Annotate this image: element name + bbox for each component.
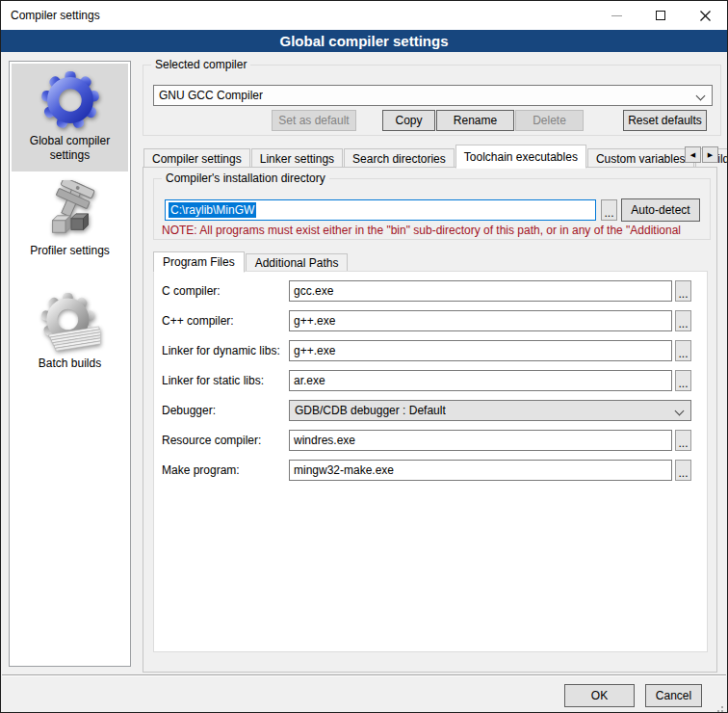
- close-icon: [700, 11, 711, 21]
- c-compiler-input[interactable]: [289, 280, 672, 302]
- linker-dynamic-browse-button[interactable]: ...: [675, 340, 691, 361]
- caliper-icon: [40, 180, 100, 240]
- maximize-button[interactable]: [638, 1, 683, 30]
- sidebar-item-profiler-settings[interactable]: Profiler settings: [12, 173, 128, 267]
- ok-button[interactable]: OK: [564, 684, 635, 707]
- installation-directory-group: Compiler's installation directory C:\ray…: [153, 178, 711, 240]
- make-program-input[interactable]: [289, 460, 672, 481]
- compiler-settings-dialog: Compiler settings Global compiler settin…: [0, 0, 728, 713]
- tab-compiler-settings[interactable]: Compiler settings: [143, 148, 250, 168]
- blue-gear-icon: [40, 70, 100, 130]
- sidebar-item-batch-builds[interactable]: Batch builds: [12, 286, 128, 380]
- tab-custom-variables[interactable]: Custom variables: [587, 148, 694, 168]
- toolchain-executables-page: Compiler's installation directory C:\ray…: [143, 167, 717, 673]
- cpp-compiler-row: C++ compiler: ...: [154, 310, 707, 331]
- debugger-row: Debugger: GDB/CDB debugger : Default: [154, 400, 707, 421]
- sidebar-item-label: Batch builds: [39, 356, 101, 371]
- maximize-icon: [656, 11, 665, 20]
- titlebar: Compiler settings: [1, 1, 727, 30]
- cpp-compiler-input[interactable]: [289, 310, 672, 331]
- settings-tab-strip: Compiler settings Linker settings Search…: [143, 143, 728, 168]
- resource-compiler-row: Resource compiler: ...: [154, 430, 707, 451]
- tab-scroll-left-icon: ◀: [690, 151, 695, 159]
- installation-directory-browse-button[interactable]: ...: [601, 199, 617, 221]
- debugger-value: GDB/CDB debugger : Default: [295, 404, 446, 417]
- set-as-default-button[interactable]: Set as default: [272, 110, 356, 131]
- debugger-label: Debugger:: [154, 404, 289, 417]
- gray-gear-papers-icon: [40, 293, 100, 353]
- c-compiler-label: C compiler:: [154, 284, 289, 298]
- tab-toolchain-executables[interactable]: Toolchain executables: [455, 145, 586, 169]
- linker-static-label: Linker for static libs:: [154, 374, 289, 387]
- resource-compiler-label: Resource compiler:: [154, 434, 289, 447]
- footer-separator: [2, 674, 726, 676]
- debugger-dropdown[interactable]: GDB/CDB debugger : Default: [289, 400, 691, 421]
- make-program-row: Make program: ...: [154, 460, 707, 481]
- make-program-label: Make program:: [154, 463, 289, 477]
- linker-dynamic-input[interactable]: [289, 340, 672, 361]
- linker-static-input[interactable]: [289, 370, 672, 391]
- page-title: Global compiler settings: [1, 30, 727, 52]
- installation-directory-group-label: Compiler's installation directory: [162, 172, 329, 185]
- tab-scroll-right-button[interactable]: ▶: [702, 146, 718, 163]
- bin-subdirectory-note: NOTE: All programs must exist either in …: [162, 224, 705, 237]
- chevron-down-icon: [675, 407, 685, 416]
- selected-compiler-group-label: Selected compiler: [151, 58, 250, 71]
- tab-scroll-buttons: ◀ ▶: [684, 146, 718, 163]
- sidebar-item-global-compiler-settings[interactable]: Global compiler settings: [12, 64, 128, 172]
- close-button[interactable]: [683, 1, 727, 30]
- program-files-tab-strip: Program Files Additional Paths: [153, 250, 349, 272]
- resource-compiler-browse-button[interactable]: ...: [675, 430, 691, 451]
- chevron-down-icon: [696, 92, 706, 101]
- selected-compiler-group: Selected compiler GNU GCC Compiler Set a…: [143, 65, 721, 136]
- resource-compiler-input[interactable]: [289, 430, 672, 451]
- selected-compiler-value: GNU GCC Compiler: [159, 89, 263, 102]
- tab-scroll-left-button[interactable]: ◀: [685, 146, 701, 163]
- linker-dynamic-row: Linker for dynamic libs: ...: [154, 340, 707, 361]
- cpp-compiler-browse-button[interactable]: ...: [675, 310, 691, 331]
- selected-compiler-dropdown[interactable]: GNU GCC Compiler: [153, 85, 713, 106]
- cpp-compiler-label: C++ compiler:: [154, 314, 289, 328]
- minimize-icon: [611, 15, 622, 16]
- linker-dynamic-label: Linker for dynamic libs:: [154, 344, 289, 357]
- installation-directory-selected-text: C:\raylib\MinGW: [169, 202, 256, 218]
- linker-static-row: Linker for static libs: ...: [154, 370, 707, 391]
- program-files-page: C compiler: ... C++ compiler: ... Linker…: [153, 271, 708, 652]
- cancel-button[interactable]: Cancel: [645, 684, 702, 707]
- auto-detect-button[interactable]: Auto-detect: [621, 198, 700, 222]
- subtab-additional-paths[interactable]: Additional Paths: [246, 253, 349, 272]
- c-compiler-row: C compiler: ...: [154, 280, 707, 302]
- settings-category-sidebar: Global compiler settings: [9, 61, 131, 667]
- delete-button[interactable]: Delete: [515, 110, 584, 131]
- copy-button[interactable]: Copy: [382, 110, 435, 131]
- make-program-browse-button[interactable]: ...: [675, 460, 691, 481]
- sidebar-item-label: Global compiler settings: [13, 134, 126, 163]
- minimize-button[interactable]: [594, 1, 638, 30]
- tab-search-directories[interactable]: Search directories: [344, 148, 455, 168]
- reset-defaults-button[interactable]: Reset defaults: [623, 110, 707, 131]
- tab-linker-settings[interactable]: Linker settings: [251, 148, 343, 168]
- subtab-program-files[interactable]: Program Files: [153, 251, 245, 273]
- resize-grip[interactable]: [721, 706, 723, 708]
- linker-static-browse-button[interactable]: ...: [675, 370, 691, 391]
- c-compiler-browse-button[interactable]: ...: [675, 280, 691, 302]
- installation-directory-input[interactable]: C:\raylib\MinGW: [165, 199, 596, 221]
- rename-button[interactable]: Rename: [436, 110, 514, 131]
- sidebar-item-label: Profiler settings: [30, 244, 110, 258]
- window-title: Compiler settings: [1, 9, 594, 22]
- tab-scroll-right-icon: ▶: [708, 151, 713, 159]
- sidebar-spacer: [10, 269, 130, 284]
